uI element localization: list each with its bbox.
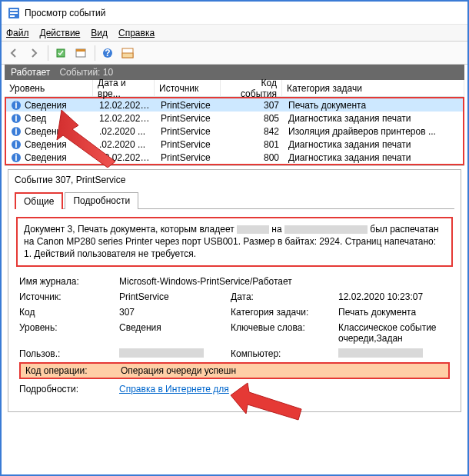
info-icon: i [11,139,22,150]
cell-date: .02.2020 ... [95,139,156,150]
col-level[interactable]: Уровень [5,80,93,96]
cell-code: 307 [222,100,284,111]
menu-action[interactable]: Действие [40,28,81,38]
col-source[interactable]: Источник [155,80,221,96]
col-date[interactable]: Дата и вре... [93,80,155,96]
masked-computer [284,225,368,234]
event-header: Событие 307, PrintService [8,170,461,188]
cell-category: Диагностика задания печати [284,113,463,124]
val-source: PrintService [119,291,231,302]
lbl-source: Источник: [19,291,119,302]
cell-source: PrintService [156,152,222,163]
event-count: Событий: 10 [59,67,113,78]
help-link[interactable]: Справка в Интернете для [119,384,229,394]
tabs: Общие Подробности [8,191,461,208]
cell-date: 12.02.2020 ... [95,152,156,163]
val-level: Сведения [119,322,231,344]
cell-date: .02.2020 ... [95,126,156,137]
toolbar-btn-2[interactable] [72,44,90,62]
events-table: Уровень Дата и вре... Источник Код событ… [5,80,464,166]
lbl-level: Уровень: [19,322,119,344]
svg-text:i: i [15,113,17,124]
tab-general[interactable]: Общие [15,192,63,209]
cell-source: PrintService [156,126,222,137]
table-header: Уровень Дата и вре... Источник Код событ… [5,80,464,97]
cell-source: PrintService [156,139,222,150]
cell-code: 801 [222,139,284,150]
window-title: Просмотр событий [25,8,105,18]
svg-text:?: ? [105,48,110,58]
cell-date: 12.02.2020 ... [95,100,156,111]
val-taskcat: Печать документа [338,307,450,318]
lbl-date: Дата: [231,291,338,302]
val-code: 307 [119,307,231,318]
preview-pane-button[interactable] [118,44,137,62]
svg-rect-10 [122,53,133,58]
lbl-journal: Имя журнала: [19,276,119,287]
cell-code: 805 [222,113,284,124]
col-code[interactable]: Код события [221,80,282,96]
cell-category: Диагностика задания печати [284,139,463,150]
help-button[interactable]: ? [98,44,117,62]
lbl-opcode: Код операции: [25,365,121,376]
table-row[interactable]: iСвед12.02.2020 ...PrintService805Диагно… [6,112,463,125]
forward-button[interactable] [25,44,43,62]
toolbar: ? [2,42,467,65]
svg-text:i: i [15,100,17,111]
val-journal: Microsoft-Windows-PrintService/Работает [119,276,450,287]
cell-source: PrintService [156,113,222,124]
svg-rect-3 [10,15,15,17]
menu-help[interactable]: Справка [118,28,155,38]
cell-category: Диагностика задания печати [284,152,463,163]
lbl-keywords: Ключевые слова: [231,322,338,344]
val-date: 12.02.2020 10:23:07 [338,291,450,302]
status-label: Работает [11,67,50,78]
masked-user [237,225,269,234]
table-row[interactable]: iСведения.02.2020 ...PrintService801Диаг… [6,138,463,151]
lbl-user: Пользов.: [19,348,119,359]
cell-date: 12.02.2020 ... [95,113,156,124]
menu-bar: Файл Действие Вид Справка [2,25,467,42]
cell-category: Печать документа [284,100,463,111]
title-bar: Просмотр событий [2,2,467,25]
svg-text:i: i [15,139,17,150]
menu-view[interactable]: Вид [91,28,108,38]
svg-text:i: i [15,152,17,163]
table-row[interactable]: iСведени.02.2020 ...PrintService842Изоля… [6,125,463,138]
menu-file[interactable]: Файл [6,28,29,38]
tab-content: Документ 3, Печать документа, которым вл… [15,208,454,401]
table-row[interactable]: iСведения12.02.2020 ...PrintService307Пе… [6,98,463,112]
lbl-taskcat: Категория задачи: [231,307,338,318]
cell-level: Сведени [25,126,62,137]
cell-level: Сведения [25,139,67,150]
cell-level: Сведения [25,100,67,111]
val-opcode: Операция очереди успешн [121,365,236,376]
details-link-row: Подробности: Справка в Интернете для [15,379,454,394]
cell-category: Изоляция драйверов принтеров ... [284,126,463,137]
back-button[interactable] [5,44,23,62]
info-icon: i [11,152,22,163]
tab-details[interactable]: Подробности [65,192,138,209]
svg-rect-1 [10,9,18,11]
cell-level: Свед [25,113,46,124]
lbl-code: Код [19,307,119,318]
col-category[interactable]: Категория задачи [282,80,464,96]
info-icon: i [11,100,22,111]
toolbar-btn-1[interactable] [52,44,70,62]
info-icon: i [11,126,22,137]
cell-source: PrintService [156,100,222,111]
svg-rect-2 [10,12,18,14]
event-description: Документ 3, Печать документа, которым вл… [16,217,453,267]
event-viewer-icon [8,7,20,19]
val-keywords: Классическое событие очереди,Задан [338,322,450,344]
lbl-computer: Компьютер: [231,348,338,359]
table-body: iСведения12.02.2020 ...PrintService307Пе… [5,97,464,165]
info-icon: i [11,113,22,124]
val-computer-masked [338,348,423,358]
val-user-masked [119,348,204,358]
svg-text:i: i [15,126,17,137]
cell-code: 842 [222,126,284,137]
cell-code: 800 [222,152,284,163]
table-row[interactable]: iСведения12.02.2020 ...PrintService800Ди… [6,151,463,164]
opcode-row: Код операции: Операция очереди успешн [19,362,450,379]
